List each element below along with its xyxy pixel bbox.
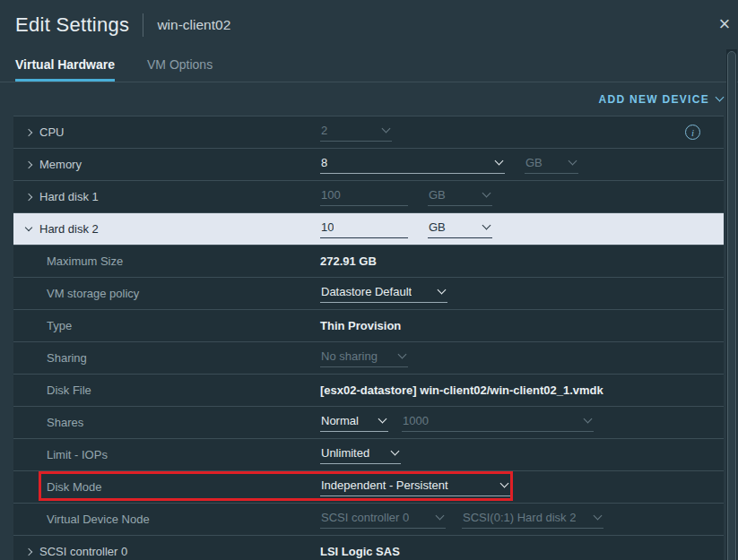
sharing-value: No sharing	[321, 349, 378, 363]
row-label: Virtual Device Node	[13, 513, 150, 526]
hard-disk-2-unit-value: GB	[429, 220, 446, 234]
scsi-controller-dropdown[interactable]: SCSI controller 0	[320, 511, 446, 529]
add-new-device-button[interactable]: ADD NEW DEVICE	[598, 93, 723, 106]
chevron-right-icon[interactable]	[25, 193, 32, 200]
close-icon[interactable]: ×	[713, 13, 736, 36]
chevron-down-icon	[584, 414, 593, 423]
memory-unit-value: GB	[525, 156, 543, 169]
dialog-header: Edit Settings win-client02	[0, 0, 738, 38]
row-maximum-size: Maximum Size 272.91 GB	[13, 246, 724, 278]
scrollbar-thumb[interactable]	[727, 51, 736, 560]
disk-file-value: [esx02-datastore] win-client02/win-clien…	[320, 383, 603, 397]
chevron-down-icon	[382, 124, 391, 133]
device-node-dropdown[interactable]: SCSI(0:1) Hard disk 2	[462, 511, 603, 529]
row-label: Disk Mode	[13, 480, 101, 494]
row-label: Limit - IOPs	[13, 448, 108, 461]
hard-disk-1-size-input[interactable]: 100	[320, 188, 408, 206]
hard-disk-2-size-value: 10	[321, 220, 334, 234]
device-node-value: SCSI(0:1) Hard disk 2	[463, 511, 576, 524]
dialog-title: Edit Settings	[15, 13, 129, 37]
memory-unit-select[interactable]: GB	[525, 156, 578, 174]
hard-disk-1-size-value: 100	[321, 188, 341, 202]
title-separator	[143, 13, 143, 37]
hard-disk-1-unit-select[interactable]: GB	[428, 188, 492, 206]
chevron-down-icon	[569, 156, 577, 165]
row-label: Type	[13, 319, 72, 332]
row-label: SCSI controller 0	[39, 545, 127, 558]
chevron-down-icon	[398, 349, 407, 358]
chevron-down-icon	[482, 220, 491, 229]
memory-size-value: 8	[321, 156, 327, 169]
add-new-device-label: ADD NEW DEVICE	[598, 93, 709, 106]
row-label: Hard disk 1	[39, 190, 99, 203]
tab-virtual-hardware[interactable]: Virtual Hardware	[15, 50, 115, 82]
chevron-down-icon	[436, 511, 445, 520]
row-label: VM storage policy	[13, 287, 139, 300]
row-label: CPU	[39, 125, 64, 139]
row-label: Maximum Size	[13, 254, 123, 268]
row-disk-mode: Disk Mode Independent - Persistent	[13, 471, 724, 504]
tab-vm-options[interactable]: VM Options	[147, 50, 213, 82]
chevron-down-icon	[391, 446, 400, 455]
row-cpu: CPU 2 i	[13, 116, 724, 149]
vertical-scrollbar[interactable]	[726, 49, 737, 560]
row-sharing: Sharing No sharing	[13, 342, 724, 375]
row-hard-disk-1: Hard disk 1 100 GB	[13, 181, 724, 213]
row-hard-disk-2[interactable]: Hard disk 2 10 GB	[13, 213, 724, 246]
row-scsi-controller-0: SCSI controller 0 LSI Logic SAS	[13, 536, 724, 560]
maximum-size-value: 272.91 GB	[320, 254, 377, 268]
row-virtual-device-node: Virtual Device Node SCSI controller 0 SC…	[13, 504, 724, 536]
title-line: Edit Settings win-client02	[15, 13, 723, 38]
chevron-down-icon	[495, 156, 504, 165]
tab-bar: Virtual Hardware VM Options	[0, 50, 738, 82]
hardware-table: CPU 2 i Memory 8 GB Hard disk 1 100 GB	[13, 116, 724, 560]
chevron-down-icon	[500, 478, 509, 487]
cpu-count-select[interactable]: 2	[320, 124, 392, 142]
cpu-count-value: 2	[321, 124, 327, 137]
chevron-down-icon[interactable]	[25, 223, 32, 230]
chevron-down-icon	[378, 414, 387, 423]
storage-policy-value: Datastore Default	[321, 285, 412, 298]
row-limit-iops: Limit - IOPs Unlimited	[13, 439, 724, 471]
info-icon[interactable]: i	[685, 125, 700, 140]
row-disk-file: Disk File [esx02-datastore] win-client02…	[13, 375, 724, 407]
disk-mode-value: Independent - Persistent	[321, 478, 448, 492]
shares-count-value: 1000	[403, 414, 429, 427]
row-label: Shares	[13, 416, 83, 429]
shares-level-value: Normal	[321, 414, 359, 427]
scsi-controller-value: SCSI controller 0	[321, 511, 409, 524]
type-value: Thin Provision	[320, 319, 401, 332]
chevron-down-icon	[716, 93, 725, 102]
scsi-controller-type-value: LSI Logic SAS	[320, 545, 400, 558]
row-type: Type Thin Provision	[13, 310, 724, 342]
disk-mode-dropdown[interactable]: Independent - Persistent	[320, 478, 510, 496]
shares-level-dropdown[interactable]: Normal	[320, 414, 388, 432]
hard-disk-2-size-input[interactable]: 10	[320, 220, 408, 238]
shares-count-combo[interactable]: 1000	[402, 414, 594, 432]
row-vm-storage-policy: VM storage policy Datastore Default	[13, 278, 724, 310]
sharing-dropdown[interactable]: No sharing	[320, 349, 408, 367]
storage-policy-dropdown[interactable]: Datastore Default	[320, 285, 447, 303]
limit-iops-dropdown[interactable]: Unlimited	[320, 446, 401, 464]
chevron-down-icon	[438, 285, 447, 294]
chevron-down-icon	[594, 511, 603, 520]
chevron-right-icon[interactable]	[25, 160, 32, 168]
row-label: Hard disk 2	[39, 222, 99, 236]
row-label: Memory	[39, 158, 82, 171]
hard-disk-2-unit-select[interactable]: GB	[428, 220, 492, 238]
memory-size-combo[interactable]: 8	[320, 156, 505, 174]
chevron-right-icon[interactable]	[25, 547, 32, 555]
row-label: Disk File	[13, 383, 91, 397]
hard-disk-1-unit-value: GB	[429, 188, 446, 202]
toolbar: ADD NEW DEVICE	[0, 82, 738, 116]
row-shares: Shares Normal 1000	[13, 407, 724, 439]
vm-name: win-client02	[157, 17, 230, 33]
row-label: Sharing	[13, 351, 87, 365]
limit-iops-value: Unlimited	[321, 446, 369, 460]
row-memory: Memory 8 GB	[13, 149, 724, 181]
chevron-right-icon[interactable]	[25, 128, 32, 135]
chevron-down-icon	[482, 188, 491, 197]
